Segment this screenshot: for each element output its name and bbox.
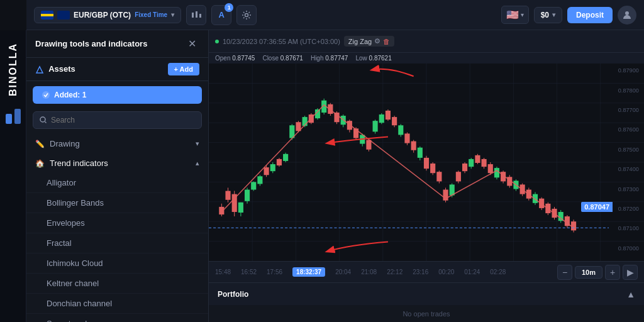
svg-rect-2 xyxy=(192,13,194,18)
time-controls: − 10m + ▶ xyxy=(557,265,638,280)
zigzag-settings-icon[interactable]: ⚙ xyxy=(374,37,380,45)
portfolio-bar: Portfolio ▲ xyxy=(209,282,644,305)
svg-point-7 xyxy=(42,91,50,99)
indicator-envelopes[interactable]: Envelopes xyxy=(26,213,208,233)
svg-rect-91 xyxy=(386,111,391,119)
svg-rect-95 xyxy=(398,125,403,135)
trend-icon: 🏠 xyxy=(35,159,45,168)
zigzag-delete-icon[interactable]: 🗑 xyxy=(383,38,390,45)
category-drawing[interactable]: ✏️ Drawing ▾ xyxy=(26,134,208,153)
svg-rect-87 xyxy=(373,121,378,131)
nav-left: EUR/GBP (OTC) Fixed Time ▾ A 1 xyxy=(34,5,257,25)
svg-text:0.87400: 0.87400 xyxy=(618,166,639,172)
sidebar-title: Drawing tools and indicators xyxy=(35,39,147,48)
svg-rect-41 xyxy=(225,191,230,200)
indicator-keltner[interactable]: Keltner chanel xyxy=(26,274,208,294)
x-label-8: 01:24 xyxy=(464,269,480,275)
svg-rect-1 xyxy=(14,109,21,124)
scroll-right-button[interactable]: ▶ xyxy=(623,265,638,280)
top-nav: EUR/GBP (OTC) Fixed Time ▾ A 1 xyxy=(26,0,644,30)
svg-rect-119 xyxy=(475,155,480,163)
svg-rect-47 xyxy=(245,190,250,201)
portfolio-collapse-button[interactable]: ▲ xyxy=(626,289,635,299)
balance-label: $0 xyxy=(541,11,549,19)
search-icon xyxy=(40,116,47,124)
svg-rect-105 xyxy=(430,164,435,173)
time-interval-label: 10m xyxy=(575,266,602,279)
svg-text:0.87800: 0.87800 xyxy=(618,87,639,94)
svg-rect-51 xyxy=(257,176,262,184)
region-selector[interactable]: 🇺🇸 ▾ xyxy=(501,6,529,24)
svg-rect-49 xyxy=(251,182,256,189)
indicators-btn[interactable]: A 1 xyxy=(211,5,231,25)
svg-rect-123 xyxy=(488,164,493,173)
chart-bottom-bar: 15:48 16:52 17:56 18:32:37 20:04 21:08 2… xyxy=(209,261,644,282)
x-label-7: 00:20 xyxy=(438,269,454,275)
category-section: ✏️ Drawing ▾ 🏠 Trend indicators ▴ xyxy=(26,134,208,322)
x-axis: 15:48 16:52 17:56 18:32:37 20:04 21:08 2… xyxy=(215,267,506,277)
chart-type-btn[interactable] xyxy=(186,5,206,25)
indicator-ichimoku[interactable]: Ichimoku Cloud xyxy=(26,253,208,274)
svg-text:0.87300: 0.87300 xyxy=(618,186,639,192)
trend-chevron-up: ▴ xyxy=(196,159,199,167)
zoom-in-button[interactable]: + xyxy=(605,265,620,280)
x-label-5: 22:12 xyxy=(387,269,402,275)
close-button[interactable]: ✕ xyxy=(185,36,199,51)
search-input[interactable] xyxy=(51,116,195,125)
sidebar-header: Drawing tools and indicators ✕ xyxy=(26,30,208,58)
balance-button[interactable]: $0 ▾ xyxy=(534,7,562,23)
indicator-badge: 1 xyxy=(225,3,233,12)
assets-header: Assets + Add xyxy=(26,58,208,81)
fixed-time-label: Fixed Time xyxy=(135,11,167,18)
x-label-3: 20:04 xyxy=(335,269,351,275)
flag-gbp xyxy=(57,11,70,19)
drawing-icon: ✏️ xyxy=(35,140,45,148)
zigzag-tag: Zig Zag ⚙ 🗑 xyxy=(344,36,394,47)
avatar[interactable] xyxy=(618,6,636,25)
svg-rect-89 xyxy=(379,114,384,123)
settings-btn[interactable] xyxy=(236,5,257,25)
indicator-donchian[interactable]: Donchian channel xyxy=(26,294,208,314)
category-trend[interactable]: 🏠 Trend indicators ▴ xyxy=(26,153,208,173)
add-button[interactable]: + Add xyxy=(168,63,199,75)
flag-eur xyxy=(41,11,53,19)
svg-rect-107 xyxy=(436,172,441,181)
svg-text:0.87900: 0.87900 xyxy=(618,67,639,74)
low-label: Low 0.87621 xyxy=(355,55,391,62)
svg-rect-117 xyxy=(469,159,474,167)
svg-point-5 xyxy=(245,13,248,16)
logo-strip: Binolla xyxy=(0,30,26,322)
svg-rect-79 xyxy=(347,121,352,130)
balance-chevron: ▾ xyxy=(552,11,555,18)
svg-rect-0 xyxy=(6,114,12,124)
indicator-bollinger[interactable]: Bollinger Bands xyxy=(26,193,208,213)
zoom-out-button[interactable]: − xyxy=(557,265,572,280)
nav-right: 🇺🇸 ▾ $0 ▾ Deposit xyxy=(501,6,636,25)
current-time-label: 18:32:37 xyxy=(292,267,325,277)
svg-text:0.87600: 0.87600 xyxy=(618,126,639,133)
portfolio-empty-state: No open trades xyxy=(209,305,644,322)
svg-rect-3 xyxy=(196,11,197,18)
svg-text:0.87500: 0.87500 xyxy=(618,147,639,153)
svg-rect-45 xyxy=(238,203,243,213)
ohlc-bar: Open 0.87745 Close 0.87671 High 0.87747 … xyxy=(209,53,644,64)
indicator-fractal[interactable]: Fractal xyxy=(26,233,208,253)
search-box xyxy=(33,111,202,129)
x-label-2: 17:56 xyxy=(267,269,282,275)
svg-point-8 xyxy=(40,117,45,122)
portfolio-label: Portfolio xyxy=(218,290,248,299)
live-indicator xyxy=(215,40,219,43)
svg-point-6 xyxy=(625,11,629,15)
assets-title: Assets xyxy=(35,64,75,74)
sidebar: Drawing tools and indicators ✕ Assets + … xyxy=(26,30,209,322)
chart-timestamp: 10/23/2023 07:36:55 AM (UTC+03:00) xyxy=(223,38,340,45)
svg-text:0.87100: 0.87100 xyxy=(618,225,639,231)
svg-rect-99 xyxy=(411,142,416,150)
deposit-button[interactable]: Deposit xyxy=(567,7,613,23)
chart-toolbar: 10/23/2023 07:36:55 AM (UTC+03:00) Zig Z… xyxy=(209,30,644,53)
indicator-supertrend[interactable]: Supertrend xyxy=(26,314,208,322)
pair-selector[interactable]: EUR/GBP (OTC) Fixed Time ▾ xyxy=(34,7,181,23)
chart-area: 10/23/2023 07:36:55 AM (UTC+03:00) Zig Z… xyxy=(209,30,644,322)
indicator-alligator[interactable]: Alligator xyxy=(26,173,208,193)
added-badge: Added: 1 xyxy=(33,86,202,104)
